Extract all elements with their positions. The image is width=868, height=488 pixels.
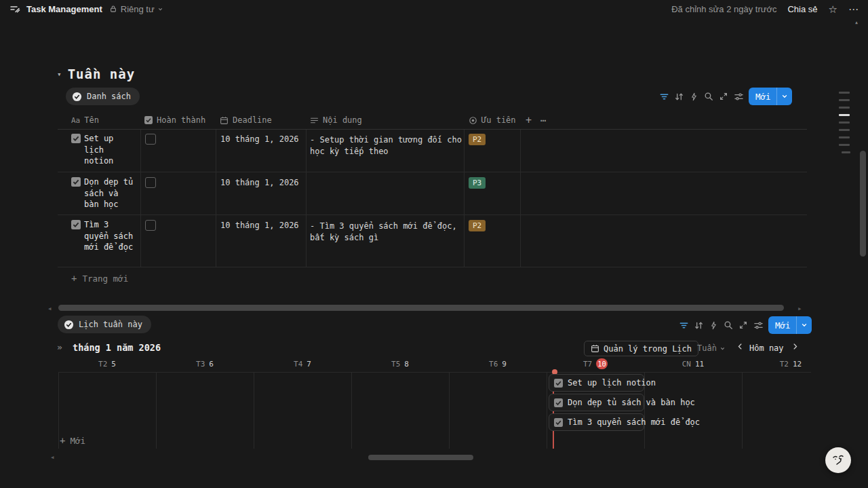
tab-lich-tuan-nay[interactable]: Lịch tuần này: [58, 316, 151, 333]
deadline-cell[interactable]: 10 tháng 1, 2026: [220, 178, 299, 187]
search-icon[interactable]: [721, 318, 736, 333]
scroll-right-icon[interactable]: ▸: [797, 305, 802, 312]
today-button[interactable]: Hôm nay: [749, 343, 784, 353]
view-settings-icon[interactable]: [731, 89, 746, 104]
automation-bolt-icon[interactable]: [706, 318, 721, 333]
outline-marker[interactable]: [839, 129, 850, 131]
title-checkbox-checked[interactable]: [71, 177, 81, 187]
day-header[interactable]: T5 8: [351, 358, 449, 370]
notion-ai-face-button[interactable]: [825, 447, 851, 473]
calendar-event[interactable]: Dọn dẹp tủ sách và bàn học: [549, 394, 644, 411]
scroll-top-icon[interactable]: ▴: [854, 18, 859, 26]
more-options-icon[interactable]: ⋯: [848, 4, 859, 14]
vertical-scrollbar[interactable]: [860, 151, 866, 257]
calendar-type-icon: [220, 116, 229, 125]
day-header[interactable]: T2 5: [58, 358, 156, 370]
task-title[interactable]: Tìm 3 quyển sách mới để đọc: [84, 219, 136, 253]
outline-marker[interactable]: [839, 121, 850, 124]
chevron-down-icon[interactable]: [797, 322, 812, 329]
prev-week-icon[interactable]: [736, 343, 744, 350]
search-icon[interactable]: [701, 89, 716, 104]
sort-icon[interactable]: [691, 318, 706, 333]
section-title[interactable]: Tuần này: [68, 67, 136, 81]
outline-marker[interactable]: [839, 144, 850, 146]
deadline-cell[interactable]: 10 tháng 1, 2026: [220, 134, 299, 144]
column-header-content[interactable]: Nội dung: [310, 112, 362, 128]
table-row[interactable]: Set up lịch notion 10 tháng 1, 2026 - Se…: [58, 130, 807, 172]
new-page-button[interactable]: + Trang mới: [71, 273, 128, 284]
day-of-week: CN: [682, 360, 691, 369]
column-header-done[interactable]: Hoàn thành: [144, 112, 205, 128]
calendar-month-title[interactable]: tháng 1 năm 2026: [73, 342, 161, 353]
table-row[interactable]: Dọn dẹp tủ sách và bàn học 10 tháng 1, 2…: [58, 173, 807, 215]
page-title[interactable]: Task Management: [26, 4, 102, 14]
filter-icon[interactable]: [676, 318, 691, 333]
favorite-star-icon[interactable]: ☆: [829, 4, 837, 14]
sort-icon[interactable]: [671, 89, 686, 104]
outline-marker-active[interactable]: [839, 114, 850, 116]
scroll-left-icon[interactable]: ◂: [50, 453, 55, 461]
add-event-button[interactable]: + Mới: [60, 435, 85, 446]
priority-badge[interactable]: P2: [469, 134, 486, 145]
table-options-icon[interactable]: ⋯: [540, 112, 546, 128]
content-cell[interactable]: - Setup thời gian tương đối cho học kỳ t…: [310, 134, 462, 157]
day-header-today[interactable]: T7 10: [547, 358, 644, 370]
horizontal-scrollbar[interactable]: [368, 455, 473, 460]
filter-icon[interactable]: [656, 89, 671, 104]
priority-badge[interactable]: P2: [469, 220, 486, 231]
event-checkbox-checked[interactable]: [554, 398, 563, 407]
day-header[interactable]: T6 9: [449, 358, 547, 370]
expand-calendar-icon[interactable]: »: [57, 342, 62, 352]
manage-in-calendar-button[interactable]: Quản lý trong Lịch: [584, 341, 698, 356]
table-row[interactable]: Tìm 3 quyển sách mới để đọc 10 tháng 1, …: [58, 216, 807, 267]
calendar-event[interactable]: Set up lịch notion: [549, 374, 644, 392]
automation-bolt-icon[interactable]: [686, 89, 701, 104]
done-checkbox[interactable]: [145, 134, 156, 145]
add-column-button[interactable]: +: [526, 112, 532, 128]
toggle-triangle-icon[interactable]: ▾: [57, 70, 62, 79]
outline-marker[interactable]: [839, 92, 850, 94]
priority-badge[interactable]: P3: [469, 177, 486, 189]
tab-danh-sach[interactable]: Danh sách: [66, 88, 140, 105]
deadline-cell[interactable]: 10 tháng 1, 2026: [220, 221, 299, 230]
horizontal-scrollbar[interactable]: [58, 305, 784, 311]
column-label: Hoàn thành: [157, 115, 205, 125]
new-button[interactable]: Mới: [768, 316, 812, 334]
done-checkbox[interactable]: [145, 177, 156, 188]
task-title[interactable]: Dọn dẹp tủ sách và bàn học: [84, 176, 136, 210]
title-checkbox-checked[interactable]: [71, 220, 81, 229]
view-settings-icon[interactable]: [751, 318, 766, 333]
new-button-label[interactable]: Mới: [749, 92, 776, 102]
day-header[interactable]: T4 7: [254, 358, 351, 370]
column-header-name[interactable]: Aa Tên: [71, 112, 99, 128]
title-checkbox-checked[interactable]: [71, 134, 81, 143]
expand-icon[interactable]: [716, 89, 731, 104]
event-checkbox-checked[interactable]: [554, 418, 563, 427]
done-checkbox[interactable]: [145, 220, 156, 231]
plus-icon: +: [71, 273, 77, 284]
expand-icon[interactable]: [736, 318, 751, 333]
list-toolbar: [656, 89, 746, 104]
column-header-deadline[interactable]: Deadline: [220, 112, 272, 128]
next-week-icon[interactable]: [791, 343, 799, 350]
task-title[interactable]: Set up lịch notion: [84, 133, 136, 167]
chevron-down-icon[interactable]: [777, 93, 792, 100]
outline-marker[interactable]: [839, 107, 850, 109]
share-button[interactable]: Chia sẻ: [787, 4, 817, 14]
outline-marker[interactable]: [839, 99, 850, 101]
day-header[interactable]: T2 12: [742, 358, 840, 370]
privacy-label[interactable]: Riêng tư: [121, 4, 155, 14]
day-header[interactable]: T3 6: [156, 358, 254, 370]
chevron-down-icon[interactable]: [157, 6, 163, 12]
column-header-priority[interactable]: Ưu tiên: [469, 112, 516, 128]
outline-marker[interactable]: [839, 136, 850, 138]
calendar-event[interactable]: Tìm 3 quyển sách mới để đọc: [549, 413, 644, 431]
outline-marker[interactable]: [842, 151, 850, 153]
event-checkbox-checked[interactable]: [554, 379, 563, 388]
content-cell[interactable]: - Tìm 3 quyển sách mới để đọc, bất kỳ sá…: [310, 221, 462, 244]
new-button[interactable]: Mới: [749, 88, 792, 105]
day-header[interactable]: CN 11: [644, 358, 742, 370]
scroll-left-icon[interactable]: ◂: [47, 305, 52, 312]
range-selector[interactable]: Tuần: [697, 343, 726, 353]
new-button-label[interactable]: Mới: [768, 320, 796, 331]
